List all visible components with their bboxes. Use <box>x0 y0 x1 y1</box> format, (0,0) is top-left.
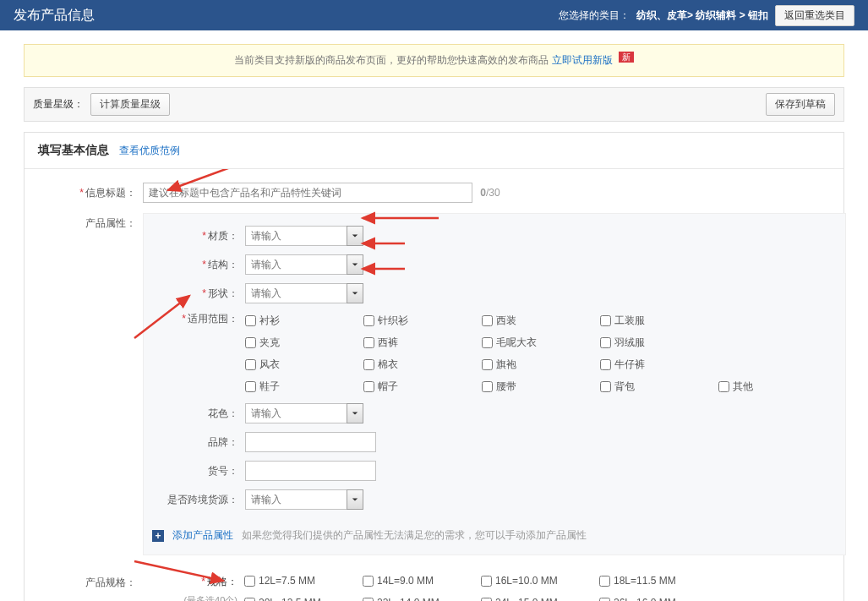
artno-input[interactable] <box>245 461 376 481</box>
spec-checkbox[interactable] <box>481 576 492 587</box>
scope-item[interactable]: 西装 <box>482 312 600 329</box>
scope-item[interactable]: 风衣 <box>245 356 363 373</box>
spec-grid: 12L=7.5 MM14L=9.0 MM16L=10.0 MM18L=11.5 … <box>244 572 827 601</box>
spec-item[interactable]: 16L=10.0 MM <box>481 572 599 589</box>
scope-checkbox[interactable] <box>718 381 729 392</box>
color-input[interactable] <box>245 403 347 423</box>
spec-checkbox[interactable] <box>481 598 492 602</box>
spec-checkbox[interactable] <box>599 576 610 587</box>
toolbar: 质量星级： 计算质量星级 保存到草稿 <box>24 87 844 122</box>
save-draft-button[interactable]: 保存到草稿 <box>766 93 835 116</box>
cross-dropdown-button[interactable] <box>347 489 363 510</box>
shape-dropdown-button[interactable] <box>347 283 363 303</box>
notice-link[interactable]: 立即试用新版 <box>552 54 613 66</box>
scope-item[interactable]: 帽子 <box>363 378 482 395</box>
brand-input[interactable] <box>245 432 376 452</box>
cross-select[interactable] <box>245 489 363 510</box>
scope-grid: 衬衫针织衫西装工装服夹克西裤毛呢大衣羽绒服风衣棉衣旗袍牛仔裤鞋子帽子腰带背包其他 <box>245 312 837 395</box>
scope-item[interactable]: 其他 <box>718 378 837 395</box>
scope-item-label: 棉衣 <box>378 356 398 373</box>
spec-checkbox[interactable] <box>363 576 374 587</box>
scope-checkbox[interactable] <box>363 315 374 326</box>
color-dropdown-button[interactable] <box>347 403 363 423</box>
scope-item[interactable]: 羽绒服 <box>600 334 718 351</box>
shape-select[interactable] <box>245 283 363 303</box>
color-select[interactable] <box>245 403 363 423</box>
spec-checkbox[interactable] <box>244 598 255 602</box>
spec-item-label: 24L=15.0 MM <box>495 594 558 601</box>
spec-item[interactable]: 24L=15.0 MM <box>481 594 599 601</box>
material-input[interactable] <box>245 226 347 246</box>
spec-item[interactable]: 14L=9.0 MM <box>363 572 481 589</box>
scope-item[interactable]: 旗袍 <box>482 356 600 373</box>
scope-checkbox[interactable] <box>363 359 374 370</box>
scope-item-label: 帽子 <box>378 378 398 395</box>
scope-checkbox[interactable] <box>482 337 493 348</box>
scope-checkbox[interactable] <box>600 381 611 392</box>
attr-cross-label: 是否跨境货源： <box>152 493 245 507</box>
spec-item-label: 22L=14.0 MM <box>377 594 439 601</box>
calc-quality-button[interactable]: 计算质量星级 <box>90 93 170 116</box>
spec-checkbox[interactable] <box>363 598 374 602</box>
scope-checkbox[interactable] <box>245 359 256 370</box>
scope-item[interactable]: 针织衫 <box>363 312 482 329</box>
scope-item-label: 夹克 <box>259 334 280 351</box>
category-path: 纺织、皮革> 纺织辅料 > 钮扣 <box>636 8 768 23</box>
title-label: *信息标题： <box>41 183 143 203</box>
title-input[interactable] <box>143 183 472 203</box>
chevron-down-icon <box>352 410 358 417</box>
spec-item[interactable]: 18L=11.5 MM <box>599 572 718 589</box>
spec-item-label: 20L=12.5 MM <box>259 594 321 601</box>
scope-checkbox[interactable] <box>245 315 256 326</box>
spec-item[interactable]: 20L=12.5 MM <box>244 594 363 601</box>
material-dropdown-button[interactable] <box>347 226 363 246</box>
scope-item[interactable]: 夹克 <box>245 334 363 351</box>
material-select[interactable] <box>245 226 363 246</box>
spec-item[interactable]: 26L=16.0 MM <box>599 594 718 601</box>
cross-input[interactable] <box>245 489 347 510</box>
scope-checkbox[interactable] <box>482 359 493 370</box>
attr-shape-row: *形状： <box>152 283 837 303</box>
scope-checkbox[interactable] <box>245 381 256 392</box>
scope-item[interactable]: 西裤 <box>363 334 482 351</box>
attr-material-row: *材质： <box>152 226 837 246</box>
scope-item-label: 西裤 <box>378 334 398 351</box>
category-label: 您选择的类目： <box>559 8 630 23</box>
add-attr-link[interactable]: 添加产品属性 <box>172 528 233 543</box>
page-header: 发布产品信息 您选择的类目： 纺织、皮革> 纺织辅料 > 钮扣 返回重选类目 <box>0 0 868 30</box>
structure-input[interactable] <box>245 254 347 275</box>
scope-checkbox[interactable] <box>482 381 493 392</box>
scope-checkbox[interactable] <box>363 381 374 392</box>
scope-item[interactable]: 毛呢大衣 <box>482 334 600 351</box>
scope-checkbox[interactable] <box>363 337 374 348</box>
scope-item-label: 其他 <box>733 378 753 395</box>
structure-dropdown-button[interactable] <box>347 254 363 275</box>
scope-item[interactable]: 背包 <box>600 378 718 395</box>
attr-color-row: 花色： <box>152 403 837 423</box>
scope-checkbox[interactable] <box>245 337 256 348</box>
spec-checkbox[interactable] <box>244 576 255 587</box>
spec-item[interactable]: 22L=14.0 MM <box>363 594 481 601</box>
new-badge: 新 <box>619 52 634 63</box>
example-link[interactable]: 查看优质范例 <box>119 144 180 158</box>
scope-item[interactable]: 牛仔裤 <box>600 356 718 373</box>
back-category-button[interactable]: 返回重选类目 <box>775 5 854 26</box>
shape-input[interactable] <box>245 283 347 303</box>
scope-checkbox[interactable] <box>600 359 611 370</box>
attr-structure-label: *结构： <box>152 258 245 272</box>
scope-item[interactable]: 腰带 <box>482 378 600 395</box>
spec-checkbox[interactable] <box>599 598 610 602</box>
scope-item[interactable]: 鞋子 <box>245 378 363 395</box>
panel-title: 填写基本信息 <box>38 143 109 158</box>
scope-checkbox[interactable] <box>600 337 611 348</box>
attr-scope-row: *适用范围： 衬衫针织衫西装工装服夹克西裤毛呢大衣羽绒服风衣棉衣旗袍牛仔裤鞋子帽… <box>152 312 837 395</box>
chevron-down-icon <box>352 290 358 297</box>
spec-item[interactable]: 12L=7.5 MM <box>244 572 363 589</box>
scope-item[interactable]: 衬衫 <box>245 312 363 329</box>
scope-checkbox[interactable] <box>600 315 611 326</box>
title-control: 0/30 <box>143 183 827 203</box>
scope-checkbox[interactable] <box>482 315 493 326</box>
scope-item[interactable]: 棉衣 <box>363 356 482 373</box>
scope-item[interactable]: 工装服 <box>600 312 718 329</box>
structure-select[interactable] <box>245 254 363 275</box>
